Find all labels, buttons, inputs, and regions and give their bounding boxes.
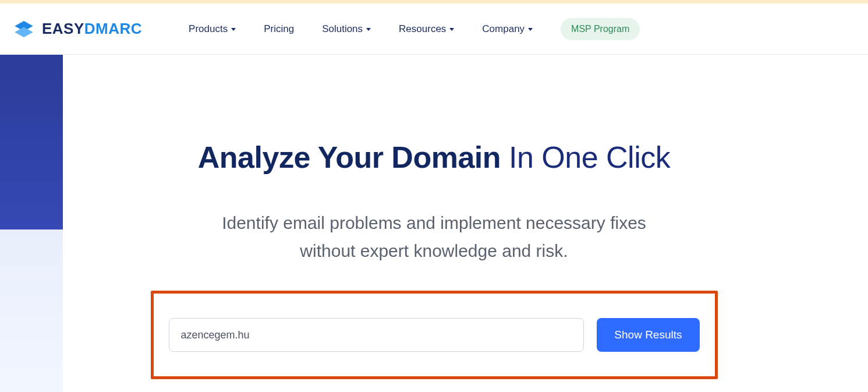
hero-subtitle: Identify email problems and implement ne… [0,209,868,265]
nav-pricing-label: Pricing [264,23,294,35]
nav-products[interactable]: Products [189,23,236,35]
hero-subtitle-line1: Identify email problems and implement ne… [222,213,646,232]
nav-products-label: Products [189,23,228,35]
domain-input[interactable] [169,318,584,352]
main-nav: Products Pricing Solutions Resources Com… [189,18,640,40]
nav-resources[interactable]: Resources [399,23,454,35]
logo-text: EASYDMARC [42,20,142,38]
main-header: EASYDMARC Products Pricing Solutions Res… [0,3,868,55]
hero-content: Analyze Your Domain In One Click Identif… [0,55,868,379]
hero-subtitle-line2: without expert knowledge and risk. [300,241,568,260]
hero-title-bold: Analyze Your Domain [198,140,501,174]
hero-title: Analyze Your Domain In One Click [0,139,868,175]
logo-text-dmarc: DMARC [84,20,142,37]
nav-resources-label: Resources [399,23,446,35]
hero-section: Analyze Your Domain In One Click Identif… [0,55,868,392]
logo-icon [12,17,36,41]
chevron-down-icon [528,28,533,31]
nav-solutions-label: Solutions [322,23,363,35]
hero-title-light: In One Click [501,140,670,174]
logo-text-easy: EASY [42,20,84,37]
nav-pricing[interactable]: Pricing [264,23,294,35]
domain-search-box: Show Results [151,291,718,379]
nav-msp-label: MSP Program [571,24,629,34]
show-results-button[interactable]: Show Results [597,318,699,352]
logo[interactable]: EASYDMARC [12,17,142,41]
chevron-down-icon [366,28,371,31]
chevron-down-icon [231,28,236,31]
nav-company-label: Company [482,23,525,35]
nav-solutions[interactable]: Solutions [322,23,371,35]
nav-company[interactable]: Company [482,23,533,35]
nav-msp-program[interactable]: MSP Program [561,18,640,40]
chevron-down-icon [449,28,454,31]
